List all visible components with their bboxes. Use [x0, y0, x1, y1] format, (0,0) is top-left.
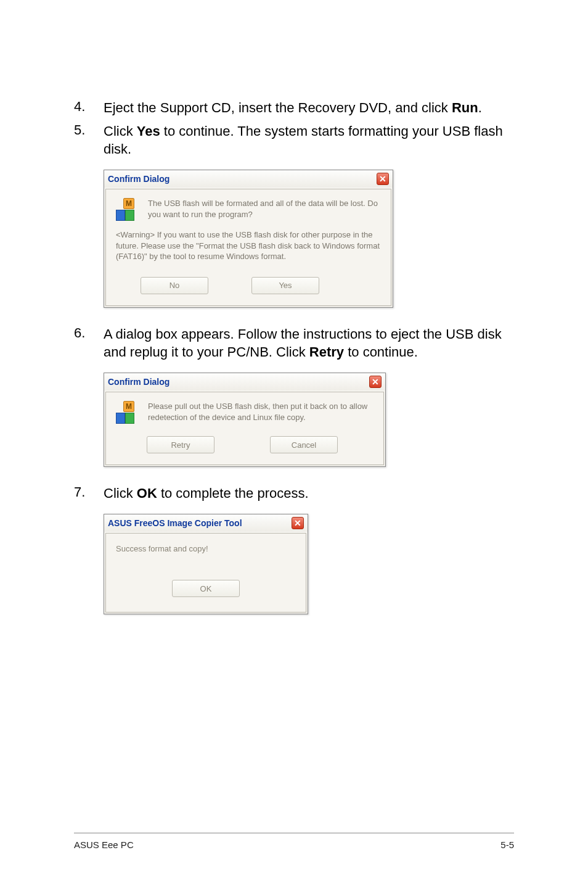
success-dialog: ASUS FreeOS Image Copier Tool ✕ Success … [104, 514, 308, 615]
step-4: 4. Eject the Support CD, insert the Reco… [74, 99, 514, 117]
footer-left: ASUS Eee PC [74, 840, 134, 850]
dialog-message: The USB flash will be formated and all o… [148, 198, 381, 221]
app-icon: M [116, 401, 139, 424]
no-button[interactable]: No [141, 277, 208, 294]
step-number: 6. [74, 325, 104, 361]
step-text: A dialog box appears. Follow the instruc… [104, 325, 514, 361]
step-text: Click OK to complete the process. [104, 484, 309, 503]
confirm-dialog-format: Confirm Dialog ✕ M The USB flash will be… [104, 170, 393, 308]
dialog-title: Confirm Dialog [108, 377, 169, 387]
close-icon[interactable]: ✕ [369, 376, 382, 388]
close-icon[interactable]: ✕ [292, 517, 304, 529]
dialog-body: Success format and copy! OK [105, 533, 306, 613]
dialog-title: ASUS FreeOS Image Copier Tool [108, 518, 242, 528]
dialog-title: Confirm Dialog [108, 174, 169, 184]
step-number: 7. [74, 484, 104, 503]
dialog-body: M Please pull out the USB flash disk, th… [105, 392, 384, 465]
step-number: 4. [74, 99, 104, 117]
close-icon[interactable]: ✕ [377, 173, 389, 185]
step-text: Click Yes to continue. The system starts… [104, 122, 514, 159]
step-7: 7. Click OK to complete the process. [74, 484, 514, 503]
dialog-body: M The USB flash will be formated and all… [105, 189, 391, 306]
step-text: Eject the Support CD, insert the Recover… [104, 99, 482, 117]
cancel-button[interactable]: Cancel [270, 436, 338, 453]
dialog-warning: <Warning> If you want to use the USB fla… [116, 229, 381, 262]
step-6: 6. A dialog box appears. Follow the inst… [74, 325, 514, 361]
yes-button[interactable]: Yes [251, 277, 319, 294]
confirm-dialog-replug: Confirm Dialog ✕ M Please pull out the U… [104, 373, 386, 467]
ok-button[interactable]: OK [172, 580, 240, 597]
titlebar: ASUS FreeOS Image Copier Tool ✕ [104, 514, 308, 532]
titlebar: Confirm Dialog ✕ [104, 170, 393, 188]
app-icon: M [116, 198, 139, 221]
step-5: 5. Click Yes to continue. The system sta… [74, 122, 514, 159]
step-number: 5. [74, 122, 104, 159]
footer-right: 5-5 [500, 840, 514, 850]
dialog-message: Success format and copy! [116, 543, 296, 555]
retry-button[interactable]: Retry [147, 436, 214, 453]
titlebar: Confirm Dialog ✕ [104, 373, 385, 390]
dialog-message: Please pull out the USB flash disk, then… [148, 401, 374, 424]
page-footer: ASUS Eee PC 5-5 [74, 833, 514, 850]
